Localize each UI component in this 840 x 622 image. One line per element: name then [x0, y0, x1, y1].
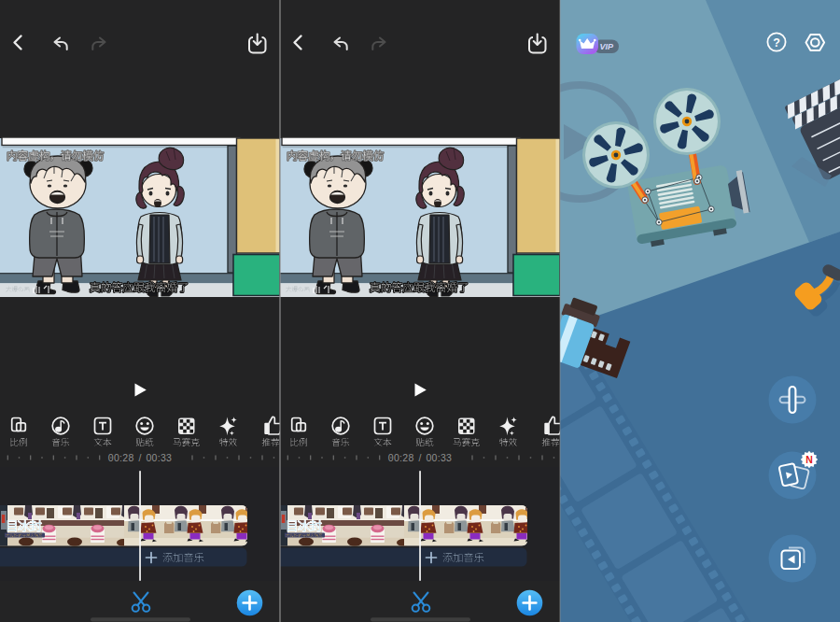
svg-text:VIP: VIP	[600, 42, 615, 51]
svg-text:?: ?	[773, 36, 780, 49]
svg-text:N: N	[805, 454, 813, 465]
